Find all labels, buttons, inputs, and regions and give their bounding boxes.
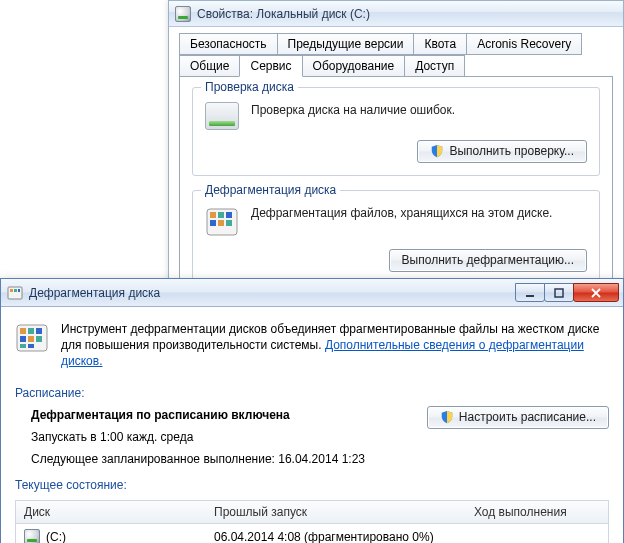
svg-rect-20: [20, 344, 26, 348]
tab-strip: Безопасность Предыдущие версии Квота Acr…: [179, 33, 613, 77]
svg-rect-11: [526, 295, 534, 297]
run-check-button[interactable]: Выполнить проверку...: [417, 140, 587, 163]
properties-titlebar[interactable]: Свойства: Локальный диск (C:): [169, 1, 623, 27]
disk-check-icon: [205, 102, 239, 130]
defrag-icon: [205, 205, 239, 239]
svg-rect-12: [555, 289, 563, 297]
tab-security[interactable]: Безопасность: [179, 33, 278, 55]
group-defrag-legend: Дефрагментация диска: [201, 183, 340, 197]
tab-previous-versions[interactable]: Предыдущие версии: [277, 33, 415, 55]
check-disk-text: Проверка диска на наличие ошибок.: [251, 102, 587, 118]
svg-rect-2: [218, 212, 224, 218]
tab-acronis-recovery[interactable]: Acronis Recovery: [466, 33, 582, 55]
run-check-label: Выполнить проверку...: [449, 144, 574, 158]
schedule-next-run: Следующее запланированное выполнение: 16…: [31, 452, 609, 466]
configure-schedule-button[interactable]: Настроить расписание...: [427, 406, 609, 429]
svg-rect-8: [10, 289, 13, 292]
run-defrag-button[interactable]: Выполнить дефрагментацию...: [389, 249, 587, 272]
run-defrag-label: Выполнить дефрагментацию...: [402, 253, 574, 267]
col-header-progress[interactable]: Ход выполнения: [474, 505, 600, 519]
svg-rect-6: [226, 220, 232, 226]
defrag-titlebar[interactable]: Дефрагментация диска: [1, 279, 623, 307]
schedule-time: Запускать в 1:00 кажд. среда: [31, 430, 609, 444]
defrag-window-icon: [7, 285, 23, 301]
close-button[interactable]: [573, 283, 619, 302]
svg-rect-15: [28, 328, 34, 334]
maximize-button[interactable]: [544, 283, 574, 302]
minimize-button[interactable]: [515, 283, 545, 302]
svg-rect-14: [20, 328, 26, 334]
svg-rect-21: [28, 344, 34, 348]
svg-rect-17: [20, 336, 26, 342]
tab-quota[interactable]: Квота: [413, 33, 467, 55]
svg-rect-18: [28, 336, 34, 342]
group-check-disk: Проверка диска Проверка диска на наличие…: [192, 87, 600, 176]
disk-table: Диск Прошлый запуск Ход выполнения (C:) …: [15, 500, 609, 543]
tab-hardware[interactable]: Оборудование: [302, 55, 406, 77]
shield-icon: [430, 144, 444, 158]
drive-icon: [24, 529, 40, 543]
tab-sharing[interactable]: Доступ: [404, 55, 465, 77]
state-section-label: Текущее состояние:: [15, 478, 609, 492]
svg-rect-9: [14, 289, 17, 292]
defrag-window-title: Дефрагментация диска: [29, 286, 160, 300]
defrag-text: Дефрагментация файлов, хранящихся на это…: [251, 205, 587, 221]
shield-icon: [440, 410, 454, 424]
disk-name: (C:): [46, 530, 66, 543]
defrag-window: Дефрагментация диска Инструмент дефрагме…: [0, 278, 624, 543]
disk-last-run: 06.04.2014 4:08 (фрагментировано 0%): [214, 530, 474, 543]
defrag-intro-icon: [15, 321, 49, 355]
svg-rect-10: [18, 289, 20, 292]
schedule-block: Настроить расписание... Дефрагментация п…: [15, 408, 609, 466]
table-row[interactable]: (C:) 06.04.2014 4:08 (фрагментировано 0%…: [16, 524, 608, 543]
table-header: Диск Прошлый запуск Ход выполнения: [16, 501, 608, 524]
col-header-last-run[interactable]: Прошлый запуск: [214, 505, 474, 519]
svg-rect-4: [210, 220, 216, 226]
group-check-legend: Проверка диска: [201, 80, 298, 94]
svg-rect-7: [8, 287, 22, 299]
group-defrag: Дефрагментация диска Дефрагментация файл…: [192, 190, 600, 285]
svg-rect-3: [226, 212, 232, 218]
svg-rect-1: [210, 212, 216, 218]
properties-title: Свойства: Локальный диск (C:): [197, 7, 370, 21]
svg-rect-5: [218, 220, 224, 226]
tab-general[interactable]: Общие: [179, 55, 240, 77]
svg-rect-19: [36, 336, 42, 342]
configure-schedule-label: Настроить расписание...: [459, 410, 596, 424]
drive-icon: [175, 6, 191, 22]
tab-tools[interactable]: Сервис: [239, 55, 302, 77]
col-header-disk[interactable]: Диск: [24, 505, 214, 519]
properties-window: Свойства: Локальный диск (C:) Безопаснос…: [168, 0, 624, 321]
schedule-section-label: Расписание:: [15, 386, 609, 400]
tab-content-tools: Проверка диска Проверка диска на наличие…: [179, 76, 613, 306]
svg-rect-16: [36, 328, 42, 334]
defrag-intro-text: Инструмент дефрагментации дисков объедин…: [61, 321, 609, 370]
